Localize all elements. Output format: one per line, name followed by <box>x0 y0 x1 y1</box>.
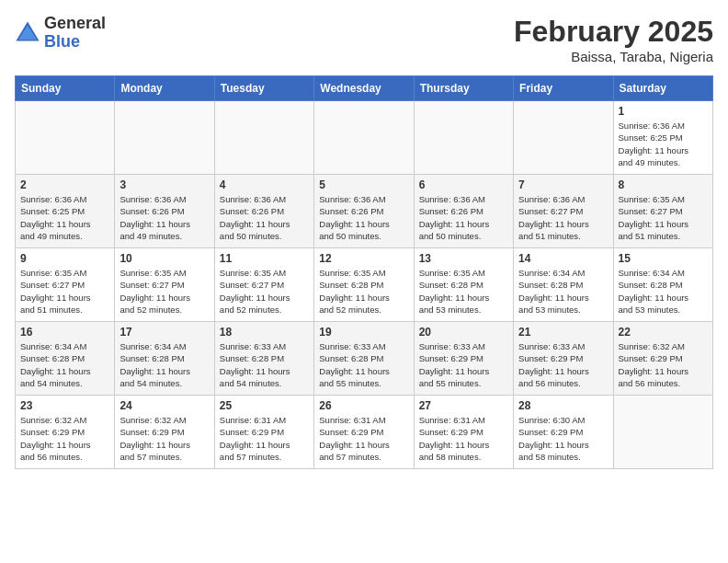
day-info: Sunrise: 6:36 AM Sunset: 6:26 PM Dayligh… <box>119 193 209 242</box>
day-number: 6 <box>419 178 508 191</box>
calendar-cell: 7Sunrise: 6:36 AM Sunset: 6:27 PM Daylig… <box>514 175 613 248</box>
location: Baissa, Taraba, Nigeria <box>514 49 713 64</box>
logo-blue: Blue <box>44 33 106 52</box>
calendar-cell <box>414 101 513 175</box>
day-info: Sunrise: 6:35 AM Sunset: 6:27 PM Dayligh… <box>619 193 708 242</box>
calendar-cell: 6Sunrise: 6:36 AM Sunset: 6:26 PM Daylig… <box>414 175 513 248</box>
day-number: 4 <box>220 178 309 191</box>
day-info: Sunrise: 6:36 AM Sunset: 6:26 PM Dayligh… <box>419 193 508 242</box>
logo-general: General <box>44 15 106 33</box>
calendar-cell: 16Sunrise: 6:34 AM Sunset: 6:28 PM Dayli… <box>16 322 115 396</box>
calendar-cell: 21Sunrise: 6:33 AM Sunset: 6:29 PM Dayli… <box>514 322 613 396</box>
calendar-cell: 13Sunrise: 6:35 AM Sunset: 6:28 PM Dayli… <box>414 248 513 322</box>
logo-text: General Blue <box>44 15 106 52</box>
day-number: 21 <box>518 326 608 339</box>
day-info: Sunrise: 6:36 AM Sunset: 6:26 PM Dayligh… <box>220 193 309 242</box>
day-info: Sunrise: 6:35 AM Sunset: 6:27 PM Dayligh… <box>220 267 309 316</box>
day-info: Sunrise: 6:30 AM Sunset: 6:29 PM Dayligh… <box>518 414 608 463</box>
day-number: 24 <box>119 399 209 412</box>
day-info: Sunrise: 6:33 AM Sunset: 6:28 PM Dayligh… <box>220 340 309 389</box>
day-info: Sunrise: 6:36 AM Sunset: 6:27 PM Dayligh… <box>518 193 608 242</box>
calendar-cell: 5Sunrise: 6:36 AM Sunset: 6:26 PM Daylig… <box>314 175 414 248</box>
week-row-4: 16Sunrise: 6:34 AM Sunset: 6:28 PM Dayli… <box>16 322 713 396</box>
weekday-header-row: SundayMondayTuesdayWednesdayThursdayFrid… <box>16 76 713 101</box>
calendar-cell: 10Sunrise: 6:35 AM Sunset: 6:27 PM Dayli… <box>115 248 214 322</box>
day-number: 11 <box>220 252 309 265</box>
page-header: General Blue February 2025 Baissa, Tarab… <box>15 15 713 64</box>
week-row-2: 2Sunrise: 6:36 AM Sunset: 6:25 PM Daylig… <box>16 175 713 248</box>
day-number: 20 <box>419 326 508 339</box>
calendar-cell: 20Sunrise: 6:33 AM Sunset: 6:29 PM Dayli… <box>414 322 513 396</box>
calendar-cell: 19Sunrise: 6:33 AM Sunset: 6:28 PM Dayli… <box>314 322 414 396</box>
weekday-header-saturday: Saturday <box>613 76 712 101</box>
calendar-cell <box>613 396 712 469</box>
weekday-header-wednesday: Wednesday <box>314 76 414 101</box>
day-info: Sunrise: 6:32 AM Sunset: 6:29 PM Dayligh… <box>119 414 209 463</box>
week-row-5: 23Sunrise: 6:32 AM Sunset: 6:29 PM Dayli… <box>16 396 713 469</box>
day-number: 9 <box>20 252 109 265</box>
calendar-table: SundayMondayTuesdayWednesdayThursdayFrid… <box>15 75 713 469</box>
day-info: Sunrise: 6:34 AM Sunset: 6:28 PM Dayligh… <box>119 340 209 389</box>
day-info: Sunrise: 6:36 AM Sunset: 6:26 PM Dayligh… <box>319 193 408 242</box>
day-info: Sunrise: 6:36 AM Sunset: 6:25 PM Dayligh… <box>20 193 109 242</box>
calendar-cell: 4Sunrise: 6:36 AM Sunset: 6:26 PM Daylig… <box>214 175 313 248</box>
calendar-cell <box>514 101 613 175</box>
day-info: Sunrise: 6:31 AM Sunset: 6:29 PM Dayligh… <box>220 414 309 463</box>
weekday-header-thursday: Thursday <box>414 76 513 101</box>
day-number: 18 <box>220 326 309 339</box>
calendar-cell: 25Sunrise: 6:31 AM Sunset: 6:29 PM Dayli… <box>214 396 313 469</box>
calendar-cell: 28Sunrise: 6:30 AM Sunset: 6:29 PM Dayli… <box>514 396 613 469</box>
calendar-cell: 9Sunrise: 6:35 AM Sunset: 6:27 PM Daylig… <box>16 248 115 322</box>
day-info: Sunrise: 6:31 AM Sunset: 6:29 PM Dayligh… <box>319 414 408 463</box>
week-row-3: 9Sunrise: 6:35 AM Sunset: 6:27 PM Daylig… <box>16 248 713 322</box>
day-number: 7 <box>518 178 608 191</box>
day-number: 22 <box>619 326 708 339</box>
calendar-cell: 8Sunrise: 6:35 AM Sunset: 6:27 PM Daylig… <box>613 175 712 248</box>
calendar-cell: 1Sunrise: 6:36 AM Sunset: 6:25 PM Daylig… <box>613 101 712 175</box>
calendar-cell: 2Sunrise: 6:36 AM Sunset: 6:25 PM Daylig… <box>16 175 115 248</box>
day-number: 3 <box>119 178 209 191</box>
day-info: Sunrise: 6:34 AM Sunset: 6:28 PM Dayligh… <box>20 340 109 389</box>
day-info: Sunrise: 6:32 AM Sunset: 6:29 PM Dayligh… <box>619 340 708 389</box>
logo-icon <box>15 20 40 46</box>
day-info: Sunrise: 6:33 AM Sunset: 6:29 PM Dayligh… <box>419 340 508 389</box>
title-block: February 2025 Baissa, Taraba, Nigeria <box>514 15 713 64</box>
calendar-cell: 22Sunrise: 6:32 AM Sunset: 6:29 PM Dayli… <box>613 322 712 396</box>
calendar-cell: 18Sunrise: 6:33 AM Sunset: 6:28 PM Dayli… <box>214 322 313 396</box>
day-number: 23 <box>20 399 109 412</box>
day-number: 10 <box>119 252 209 265</box>
logo: General Blue <box>15 15 106 52</box>
day-number: 1 <box>619 105 708 118</box>
day-info: Sunrise: 6:31 AM Sunset: 6:29 PM Dayligh… <box>419 414 508 463</box>
day-info: Sunrise: 6:36 AM Sunset: 6:25 PM Dayligh… <box>619 120 708 168</box>
calendar-cell <box>16 101 115 175</box>
day-number: 5 <box>319 178 408 191</box>
weekday-header-friday: Friday <box>514 76 613 101</box>
day-info: Sunrise: 6:33 AM Sunset: 6:28 PM Dayligh… <box>319 340 408 389</box>
day-number: 28 <box>518 399 608 412</box>
weekday-header-sunday: Sunday <box>16 76 115 101</box>
day-info: Sunrise: 6:34 AM Sunset: 6:28 PM Dayligh… <box>518 267 608 316</box>
calendar-cell: 23Sunrise: 6:32 AM Sunset: 6:29 PM Dayli… <box>16 396 115 469</box>
day-number: 8 <box>619 178 708 191</box>
weekday-header-monday: Monday <box>115 76 214 101</box>
day-info: Sunrise: 6:35 AM Sunset: 6:28 PM Dayligh… <box>319 267 408 316</box>
month-title: February 2025 <box>514 15 713 49</box>
day-number: 16 <box>20 326 109 339</box>
calendar-cell: 14Sunrise: 6:34 AM Sunset: 6:28 PM Dayli… <box>514 248 613 322</box>
day-info: Sunrise: 6:32 AM Sunset: 6:29 PM Dayligh… <box>20 414 109 463</box>
day-info: Sunrise: 6:35 AM Sunset: 6:28 PM Dayligh… <box>419 267 508 316</box>
day-number: 15 <box>619 252 708 265</box>
calendar-cell <box>314 101 414 175</box>
day-number: 27 <box>419 399 508 412</box>
calendar-cell <box>115 101 214 175</box>
day-info: Sunrise: 6:33 AM Sunset: 6:29 PM Dayligh… <box>518 340 608 389</box>
calendar-cell: 24Sunrise: 6:32 AM Sunset: 6:29 PM Dayli… <box>115 396 214 469</box>
day-number: 26 <box>319 399 408 412</box>
calendar-cell: 17Sunrise: 6:34 AM Sunset: 6:28 PM Dayli… <box>115 322 214 396</box>
calendar-cell: 26Sunrise: 6:31 AM Sunset: 6:29 PM Dayli… <box>314 396 414 469</box>
day-info: Sunrise: 6:35 AM Sunset: 6:27 PM Dayligh… <box>119 267 209 316</box>
day-number: 14 <box>518 252 608 265</box>
calendar-cell: 27Sunrise: 6:31 AM Sunset: 6:29 PM Dayli… <box>414 396 513 469</box>
week-row-1: 1Sunrise: 6:36 AM Sunset: 6:25 PM Daylig… <box>16 101 713 175</box>
